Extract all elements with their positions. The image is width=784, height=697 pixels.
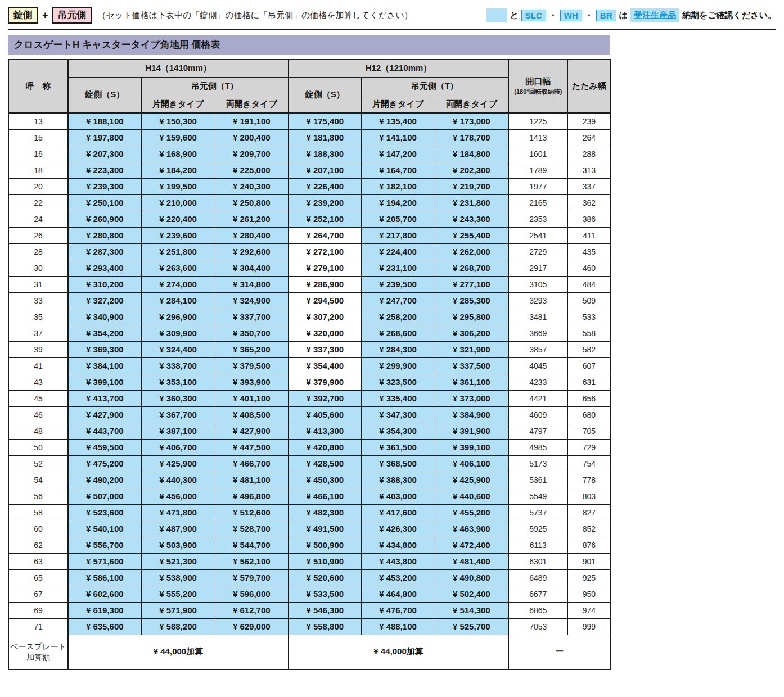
h14-lock-price-cell: ¥ 556,700 <box>68 537 141 553</box>
h12-double-price-cell: ¥ 490,800 <box>435 569 508 586</box>
table-header: 呼 称 H14（1410mm） H12（1210mm） 開口幅 (180°回転収… <box>8 60 611 113</box>
folded-width-cell: 656 <box>567 390 611 406</box>
h12-double-price-cell: ¥ 285,300 <box>435 292 508 309</box>
table-row: 28¥ 287,300¥ 251,800¥ 292,600¥ 272,100¥ … <box>8 243 611 260</box>
h12-single-price-cell: ¥ 434,800 <box>361 537 435 553</box>
h14-double-price-cell: ¥ 209,700 <box>215 146 289 162</box>
h12-single-price-cell: ¥ 141,100 <box>361 129 435 146</box>
h12-single-price-cell: ¥ 323,500 <box>361 374 435 390</box>
table-row: 60¥ 540,100¥ 487,900¥ 528,700¥ 491,500¥ … <box>8 521 611 537</box>
set-price-note: （セット価格は下表中の「錠側」の価格に「吊元側」の価格を加算してください） <box>98 10 413 21</box>
h12-lock-price-cell: ¥ 520,600 <box>289 569 361 586</box>
opening-width-cell: 3105 <box>508 276 567 292</box>
opening-width-cell: 1413 <box>508 129 567 146</box>
h14-double-price-cell: ¥ 544,700 <box>215 537 289 553</box>
h12-double-price-cell: ¥ 472,400 <box>435 537 508 553</box>
header-h12-hinge: 吊元側（T） <box>361 77 508 96</box>
h14-double-price-cell: ¥ 408,500 <box>215 406 289 423</box>
folded-width-cell: 925 <box>567 569 611 586</box>
h14-single-price-cell: ¥ 184,200 <box>141 162 215 178</box>
h12-double-price-cell: ¥ 268,700 <box>435 260 508 276</box>
h14-lock-price-cell: ¥ 293,400 <box>68 260 141 276</box>
h14-single-price-cell: ¥ 588,200 <box>141 618 215 635</box>
h14-lock-price-cell: ¥ 413,700 <box>68 390 141 406</box>
h12-double-price-cell: ¥ 481,400 <box>435 553 508 569</box>
opening-width-cell: 5549 <box>508 488 567 504</box>
opening-width-cell: 2541 <box>508 227 567 243</box>
h12-single-price-cell: ¥ 194,200 <box>361 194 435 211</box>
h12-single-price-cell: ¥ 453,200 <box>361 569 435 586</box>
h12-lock-price-cell: ¥ 510,900 <box>289 553 361 569</box>
h12-double-price-cell: ¥ 384,900 <box>435 406 508 423</box>
h12-lock-price-cell: ¥ 279,100 <box>289 260 361 276</box>
h12-lock-price-cell: ¥ 405,600 <box>289 406 361 423</box>
particle-and: と <box>510 10 519 21</box>
color-code-br: BR <box>596 10 616 21</box>
header-h14-lock: 錠側（S） <box>68 77 141 113</box>
folded-width-cell: 803 <box>567 488 611 504</box>
h14-single-price-cell: ¥ 538,900 <box>141 569 215 586</box>
h12-lock-price-cell: ¥ 379,900 <box>289 374 361 390</box>
h14-lock-price-cell: ¥ 635,600 <box>68 618 141 635</box>
opening-width-cell: 1977 <box>508 178 567 194</box>
table-row: 24¥ 260,900¥ 220,400¥ 261,200¥ 252,100¥ … <box>8 211 611 227</box>
h12-lock-price-cell: ¥ 320,000 <box>289 325 361 341</box>
h12-lock-price-cell: ¥ 175,400 <box>289 113 361 129</box>
h14-double-price-cell: ¥ 250,800 <box>215 194 289 211</box>
color-code-wh: WH <box>560 10 582 21</box>
size-cell: 58 <box>8 504 68 521</box>
opening-width-cell: 1789 <box>508 162 567 178</box>
h12-single-price-cell: ¥ 247,700 <box>361 292 435 309</box>
table-row: 22¥ 250,100¥ 210,000¥ 250,800¥ 239,200¥ … <box>8 194 611 211</box>
h14-single-price-cell: ¥ 456,000 <box>141 488 215 504</box>
h14-double-price-cell: ¥ 562,100 <box>215 553 289 569</box>
baseplate-label-line2: 加算額 <box>26 653 50 662</box>
header-h14-double: 両開きタイプ <box>215 96 289 113</box>
h12-lock-price-cell: ¥ 558,800 <box>289 618 361 635</box>
h14-single-price-cell: ¥ 199,500 <box>141 178 215 194</box>
table-row: 43¥ 399,100¥ 353,100¥ 393,900¥ 379,900¥ … <box>8 374 611 390</box>
baseplate-label: ベースプレート 加算額 <box>8 635 68 669</box>
h14-double-price-cell: ¥ 401,100 <box>215 390 289 406</box>
folded-width-cell: 729 <box>567 439 611 455</box>
h12-double-price-cell: ¥ 463,900 <box>435 521 508 537</box>
h12-lock-price-cell: ¥ 354,400 <box>289 357 361 374</box>
h12-lock-price-cell: ¥ 226,400 <box>289 178 361 194</box>
price-table: 呼 称 H14（1410mm） H12（1210mm） 開口幅 (180°回転収… <box>8 59 611 670</box>
opening-width-cell: 5173 <box>508 455 567 472</box>
h14-double-price-cell: ¥ 324,900 <box>215 292 289 309</box>
h12-lock-price-cell: ¥ 188,300 <box>289 146 361 162</box>
h14-single-price-cell: ¥ 274,000 <box>141 276 215 292</box>
h14-single-price-cell: ¥ 521,300 <box>141 553 215 569</box>
folded-width-cell: 386 <box>567 211 611 227</box>
h12-single-price-cell: ¥ 182,100 <box>361 178 435 194</box>
table-row: 63¥ 571,600¥ 521,300¥ 562,100¥ 510,900¥ … <box>8 553 611 569</box>
h14-double-price-cell: ¥ 379,500 <box>215 357 289 374</box>
opening-width-cell: 6113 <box>508 537 567 553</box>
h12-single-price-cell: ¥ 388,300 <box>361 472 435 488</box>
size-cell: 15 <box>8 129 68 146</box>
size-cell: 37 <box>8 325 68 341</box>
h12-double-price-cell: ¥ 231,800 <box>435 194 508 211</box>
h12-single-price-cell: ¥ 476,700 <box>361 602 435 618</box>
baseplate-fee-h14: ¥ 44,000加算 <box>68 635 289 669</box>
h12-lock-price-cell: ¥ 546,300 <box>289 602 361 618</box>
h14-double-price-cell: ¥ 579,700 <box>215 569 289 586</box>
h14-lock-price-cell: ¥ 384,100 <box>68 357 141 374</box>
h14-single-price-cell: ¥ 239,600 <box>141 227 215 243</box>
table-row: 65¥ 586,100¥ 538,900¥ 579,700¥ 520,600¥ … <box>8 569 611 586</box>
folded-width-cell: 950 <box>567 586 611 602</box>
table-row: 62¥ 556,700¥ 503,900¥ 544,700¥ 500,900¥ … <box>8 537 611 553</box>
h14-single-price-cell: ¥ 168,900 <box>141 146 215 162</box>
h12-lock-price-cell: ¥ 413,300 <box>289 423 361 439</box>
folded-width-cell: 901 <box>567 553 611 569</box>
h12-single-price-cell: ¥ 217,800 <box>361 227 435 243</box>
folded-width-cell: 288 <box>567 146 611 162</box>
h14-lock-price-cell: ¥ 280,800 <box>68 227 141 243</box>
opening-width-cell: 6865 <box>508 602 567 618</box>
h12-double-price-cell: ¥ 202,300 <box>435 162 508 178</box>
h12-lock-price-cell: ¥ 428,500 <box>289 455 361 472</box>
h12-single-price-cell: ¥ 335,400 <box>361 390 435 406</box>
table-footer: ベースプレート 加算額 ¥ 44,000加算 ¥ 44,000加算 ー <box>8 635 611 669</box>
h14-lock-price-cell: ¥ 239,300 <box>68 178 141 194</box>
